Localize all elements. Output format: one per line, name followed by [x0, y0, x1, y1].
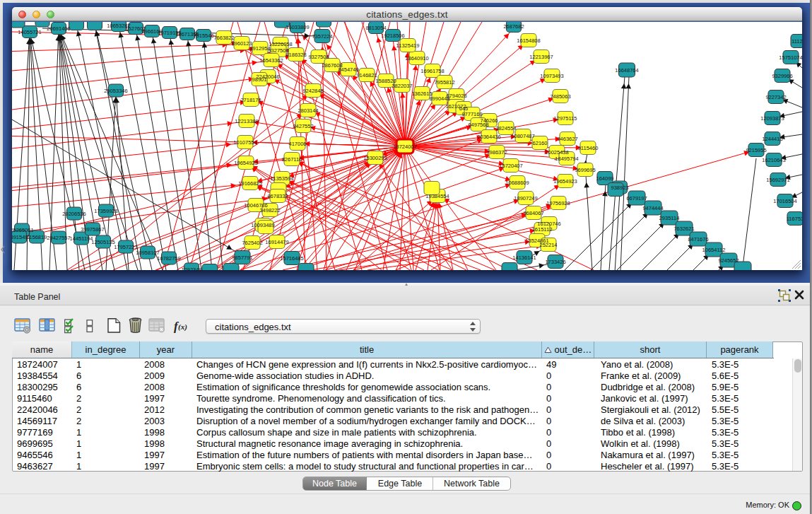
- svg-text:8427552: 8427552: [293, 123, 313, 129]
- svg-text:19218506: 19218506: [381, 33, 404, 39]
- svg-text:1733426: 1733426: [545, 259, 565, 265]
- svg-text:16033809: 16033809: [286, 24, 309, 30]
- svg-text:2935114: 2935114: [659, 215, 680, 221]
- svg-text:8813054: 8813054: [365, 25, 386, 31]
- svg-text:14451194: 14451194: [70, 235, 93, 242]
- svg-text:18724007: 18724007: [393, 144, 416, 150]
- svg-text:938923: 938923: [611, 185, 628, 191]
- svg-text:2687682: 2687682: [503, 23, 524, 30]
- svg-text:7515546: 7515546: [193, 33, 213, 39]
- svg-text:9327508: 9327508: [308, 54, 329, 60]
- svg-text:39975867: 39975867: [81, 226, 104, 233]
- svg-text:16154808: 16154808: [517, 37, 540, 44]
- svg-text:19756928: 19756928: [546, 200, 570, 206]
- svg-text:9329966: 9329966: [772, 73, 792, 79]
- svg-text:16543362: 16543362: [259, 57, 283, 64]
- svg-text:391549: 391549: [12, 234, 28, 240]
- svg-text:18907249: 18907249: [514, 195, 537, 201]
- svg-text:16210643: 16210643: [762, 157, 785, 163]
- svg-text:17359928: 17359928: [94, 208, 117, 214]
- svg-text:9684067: 9684067: [523, 210, 543, 216]
- svg-text:19654923: 19654923: [234, 160, 257, 166]
- svg-text:7625402: 7625402: [242, 240, 262, 246]
- svg-text:2718176: 2718176: [240, 97, 261, 103]
- svg-text:15751074: 15751074: [779, 54, 802, 61]
- svg-text:3822037: 3822037: [392, 83, 412, 89]
- svg-text:9146821: 9146821: [356, 72, 377, 78]
- svg-text:17016504: 17016504: [773, 198, 796, 204]
- svg-text:20364436: 20364436: [477, 134, 500, 140]
- svg-text:(x): (x): [178, 322, 187, 332]
- svg-text:14055721: 14055721: [18, 29, 41, 35]
- svg-text:16782759: 16782759: [157, 255, 180, 262]
- svg-text:8912954: 8912954: [249, 45, 270, 52]
- svg-text:6794028: 6794028: [446, 93, 466, 99]
- svg-text:1244415: 1244415: [762, 136, 782, 142]
- svg-text:9242848: 9242848: [302, 88, 323, 94]
- svg-text:6497568: 6497568: [468, 122, 488, 128]
- svg-text:2803144: 2803144: [298, 107, 318, 114]
- svg-text:19654923: 19654923: [553, 178, 577, 185]
- svg-text:8678332: 8678332: [267, 193, 288, 199]
- svg-text:15720407: 15720407: [499, 163, 522, 169]
- svg-text:12213967: 12213967: [529, 54, 553, 60]
- svg-text:10107554: 10107554: [233, 139, 257, 146]
- svg-text:29053346: 29053346: [104, 88, 127, 94]
- svg-text:29427557: 29427557: [47, 235, 70, 241]
- svg-text:16648764: 16648764: [615, 67, 638, 74]
- svg-text:10093489: 10093489: [251, 222, 274, 228]
- svg-text:20206536: 20206536: [62, 211, 86, 217]
- svg-text:20691406: 20691406: [47, 25, 70, 32]
- svg-text:9115460: 9115460: [578, 145, 599, 151]
- svg-text:14136141: 14136141: [512, 255, 536, 261]
- svg-text:7485063: 7485063: [550, 93, 570, 100]
- svg-text:9699695: 9699695: [575, 167, 595, 173]
- svg-text:9474444: 9474444: [642, 205, 663, 211]
- svg-text:1615112: 1615112: [532, 226, 553, 233]
- svg-text:12505135: 12505135: [91, 239, 114, 245]
- svg-text:8454749: 8454749: [338, 66, 358, 73]
- svg-text:164099: 164099: [596, 175, 613, 182]
- svg-text:18495794: 18495794: [555, 156, 578, 162]
- svg-text:10958107: 10958107: [136, 250, 159, 256]
- svg-text:9227342: 9227342: [765, 94, 786, 100]
- svg-text:12093873: 12093873: [760, 115, 784, 122]
- svg-text:10654112: 10654112: [702, 247, 726, 253]
- svg-text:17957223: 17957223: [114, 244, 137, 250]
- svg-text:7986372: 7986372: [486, 149, 507, 156]
- svg-text:3498222: 3498222: [259, 207, 280, 214]
- svg-text:8960123: 8960123: [231, 40, 252, 47]
- svg-text:98901: 98901: [252, 76, 267, 83]
- svg-text:10688609: 10688609: [505, 180, 529, 186]
- svg-text:18640910: 18640910: [405, 55, 428, 62]
- svg-text:1292348: 1292348: [181, 267, 201, 270]
- svg-text:11353594: 11353594: [271, 175, 294, 182]
- svg-text:1156819: 1156819: [27, 234, 47, 240]
- svg-text:12213389: 12213389: [235, 118, 258, 124]
- svg-text:12975115: 12975115: [554, 115, 577, 122]
- svg-text:9857791: 9857791: [232, 255, 252, 261]
- svg-text:16961758: 16961758: [420, 68, 444, 74]
- svg-text:10025438: 10025438: [545, 149, 568, 156]
- svg-text:7955812: 7955812: [434, 79, 454, 86]
- svg-text:25265061: 25265061: [12, 227, 34, 233]
- svg-text:15692971: 15692971: [766, 177, 789, 183]
- svg-text:62160: 62160: [533, 140, 548, 146]
- svg-text:8471676: 8471676: [688, 236, 708, 243]
- svg-text:11123: 11123: [792, 38, 802, 45]
- svg-text:15716485: 15716485: [280, 255, 303, 262]
- svg-text:19384554: 19384554: [425, 193, 449, 199]
- svg-text:10973493: 10973493: [540, 73, 563, 79]
- svg-text:252214: 252214: [539, 242, 557, 248]
- svg-text:8267110: 8267110: [282, 156, 302, 163]
- svg-text:116753: 116753: [787, 216, 802, 222]
- svg-text:9245652: 9245652: [718, 257, 739, 264]
- svg-text:3824554: 3824554: [495, 125, 516, 132]
- svg-text:11325419: 11325419: [396, 42, 420, 49]
- svg-text:16914479: 16914479: [265, 239, 288, 245]
- svg-text:9463627: 9463627: [557, 136, 577, 142]
- svg-text:10807487: 10807487: [511, 133, 534, 139]
- svg-text:13226058: 13226058: [269, 41, 292, 47]
- svg-text:9777169: 9777169: [461, 111, 482, 117]
- svg-text:7357224: 7357224: [312, 33, 332, 40]
